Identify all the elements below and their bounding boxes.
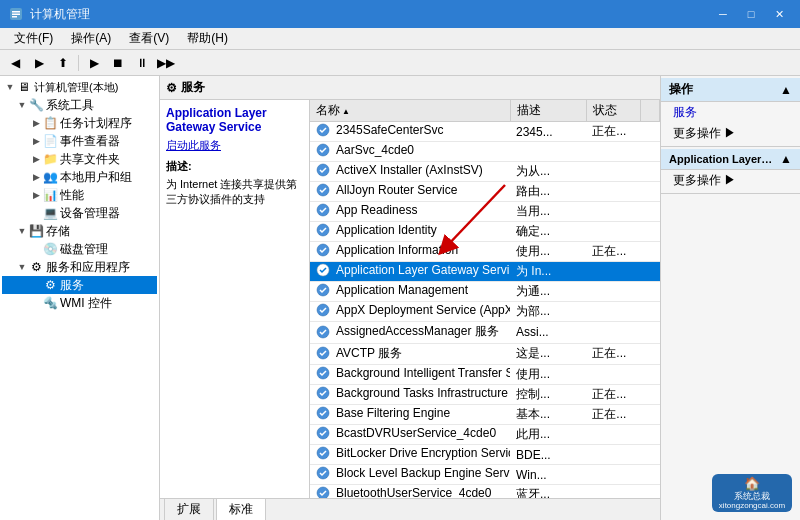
tree-disk-management-label: 磁盘管理 xyxy=(60,241,108,258)
tree-event-viewer[interactable]: ▶ 📄 事件查看器 xyxy=(2,132,157,150)
table-row[interactable]: Application Layer Gateway Service 为 In..… xyxy=(310,262,660,282)
services-panel-header: ⚙ 服务 xyxy=(160,76,660,100)
cell-desc: 此用... xyxy=(510,425,586,445)
toolbar-back[interactable]: ◀ xyxy=(4,53,26,73)
table-row[interactable]: AppX Deployment Service (AppXSVC) 为部... xyxy=(310,302,660,322)
cell-startup xyxy=(640,202,659,222)
table-row[interactable]: App Readiness 当用... xyxy=(310,202,660,222)
table-row[interactable]: Base Filtering Engine 基本... 正在... xyxy=(310,405,660,425)
actions-collapse-1[interactable]: ▲ xyxy=(780,83,792,97)
actions-item-more-1[interactable]: 更多操作 ▶ xyxy=(661,123,800,144)
menu-bar: 文件(F) 操作(A) 查看(V) 帮助(H) xyxy=(0,28,800,50)
table-row[interactable]: AssignedAccessManager 服务 Assi... xyxy=(310,322,660,344)
cell-startup xyxy=(640,365,659,385)
col-status[interactable]: 状态 xyxy=(586,100,640,122)
col-name[interactable]: 名称▲ xyxy=(310,100,510,122)
tree-local-users-label: 本地用户和组 xyxy=(60,169,132,186)
tree-system-tools-label: 系统工具 xyxy=(46,97,94,114)
menu-file[interactable]: 文件(F) xyxy=(6,28,61,49)
table-row[interactable]: BitLocker Drive Encryption Service BDE..… xyxy=(310,445,660,465)
table-row[interactable]: ActiveX Installer (AxInstSV) 为从... xyxy=(310,162,660,182)
toolbar-forward[interactable]: ▶ xyxy=(28,53,50,73)
actions-header-1: 操作 ▲ xyxy=(661,78,800,102)
actions-title-2: Application Layer Gatewa... xyxy=(669,153,774,165)
cell-status xyxy=(586,445,640,465)
tree-performance[interactable]: ▶ 📊 性能 xyxy=(2,186,157,204)
tree-services-apps[interactable]: ▼ ⚙ 服务和应用程序 xyxy=(2,258,157,276)
tree-root[interactable]: ▼ 🖥 计算机管理(本地) xyxy=(2,78,157,96)
table-row[interactable]: Block Level Backup Engine Service Win... xyxy=(310,465,660,485)
cell-name: App Readiness xyxy=(310,202,510,222)
close-button[interactable]: ✕ xyxy=(766,4,792,24)
cell-startup xyxy=(640,445,659,465)
table-row[interactable]: AarSvc_4cde0 xyxy=(310,142,660,162)
actions-item-more-2[interactable]: 更多操作 ▶ xyxy=(661,170,800,191)
services-header-title: 服务 xyxy=(181,79,205,96)
tree-wmi[interactable]: 🔩 WMI 控件 xyxy=(2,294,157,312)
expand-storage: ▼ xyxy=(16,225,28,237)
table-row[interactable]: 2345SafeCenterSvc 2345... 正在... xyxy=(310,122,660,142)
tree-root-label: 计算机管理(本地) xyxy=(34,80,118,95)
cell-desc: 使用... xyxy=(510,242,586,262)
services-list-container[interactable]: 名称▲ 描述 状态 2345SafeCenterSvc 2345... 正在..… xyxy=(310,100,660,498)
toolbar-pause[interactable]: ⏸ xyxy=(131,53,153,73)
cell-name: Background Intelligent Transfer Service xyxy=(310,365,510,385)
tree-storage[interactable]: ▼ 💾 存储 xyxy=(2,222,157,240)
table-row[interactable]: Application Identity 确定... xyxy=(310,222,660,242)
actions-section-2: Application Layer Gatewa... ▲ 更多操作 ▶ xyxy=(661,147,800,194)
cell-startup xyxy=(640,262,659,282)
table-row[interactable]: Application Management 为通... xyxy=(310,282,660,302)
tree-container: ▼ 🖥 计算机管理(本地) ▼ 🔧 系统工具 ▶ 📋 任务计划程序 ▶ 📄 事件… xyxy=(0,76,159,520)
col-desc[interactable]: 描述 xyxy=(510,100,586,122)
minimize-button[interactable]: ─ xyxy=(710,4,736,24)
table-row[interactable]: Application Information 使用... 正在... xyxy=(310,242,660,262)
actions-item-services[interactable]: 服务 xyxy=(661,102,800,123)
expand-disk-management xyxy=(30,243,42,255)
cell-name: Application Information xyxy=(310,242,510,262)
tree-performance-label: 性能 xyxy=(60,187,84,204)
tree-device-manager[interactable]: 💻 设备管理器 xyxy=(2,204,157,222)
tree-system-tools[interactable]: ▼ 🔧 系统工具 xyxy=(2,96,157,114)
tree-local-users[interactable]: ▶ 👥 本地用户和组 xyxy=(2,168,157,186)
tree-services[interactable]: ⚙ 服务 xyxy=(2,276,157,294)
menu-action[interactable]: 操作(A) xyxy=(63,28,119,49)
tree-disk-management[interactable]: 💿 磁盘管理 xyxy=(2,240,157,258)
menu-view[interactable]: 查看(V) xyxy=(121,28,177,49)
tree-task-scheduler[interactable]: ▶ 📋 任务计划程序 xyxy=(2,114,157,132)
toolbar-restart[interactable]: ▶▶ xyxy=(155,53,177,73)
tree-device-manager-label: 设备管理器 xyxy=(60,205,120,222)
tab-standard[interactable]: 标准 xyxy=(216,498,266,520)
maximize-button[interactable]: □ xyxy=(738,4,764,24)
cell-startup xyxy=(640,142,659,162)
table-row[interactable]: BluetoothUserService_4cde0 蓝牙... xyxy=(310,485,660,499)
actions-collapse-2[interactable]: ▲ xyxy=(780,152,792,166)
services-table-header: 名称▲ 描述 状态 xyxy=(310,100,660,122)
cell-name: AppX Deployment Service (AppXSVC) xyxy=(310,302,510,322)
cell-name: BluetoothUserService_4cde0 xyxy=(310,485,510,499)
table-row[interactable]: Background Intelligent Transfer Service … xyxy=(310,365,660,385)
cell-desc: Assi... xyxy=(510,322,586,344)
service-desc-link[interactable]: 启动此服务 xyxy=(166,138,303,153)
table-row[interactable]: Background Tasks Infrastructure Service … xyxy=(310,385,660,405)
toolbar-up[interactable]: ⬆ xyxy=(52,53,74,73)
tree-shared-folders[interactable]: ▶ 📁 共享文件夹 xyxy=(2,150,157,168)
table-row[interactable]: BcastDVRUserService_4cde0 此用... xyxy=(310,425,660,445)
service-description-panel: Application Layer Gateway Service 启动此服务 … xyxy=(160,100,310,498)
service-desc-label: 描述: xyxy=(166,159,303,174)
cell-status xyxy=(586,202,640,222)
toolbar-play[interactable]: ▶ xyxy=(83,53,105,73)
table-row[interactable]: AllJoyn Router Service 路由... xyxy=(310,182,660,202)
table-row[interactable]: AVCTP 服务 这是... 正在... xyxy=(310,343,660,365)
cell-desc: 为部... xyxy=(510,302,586,322)
window-controls: ─ □ ✕ xyxy=(710,4,792,24)
services-header-icon: ⚙ xyxy=(166,81,177,95)
cell-desc: BDE... xyxy=(510,445,586,465)
cell-status xyxy=(586,302,640,322)
tab-extended[interactable]: 扩展 xyxy=(164,498,214,520)
col-startup[interactable] xyxy=(640,100,659,122)
cell-name: Application Management xyxy=(310,282,510,302)
cell-desc: 蓝牙... xyxy=(510,485,586,499)
toolbar-stop[interactable]: ⏹ xyxy=(107,53,129,73)
cell-status xyxy=(586,142,640,162)
menu-help[interactable]: 帮助(H) xyxy=(179,28,236,49)
